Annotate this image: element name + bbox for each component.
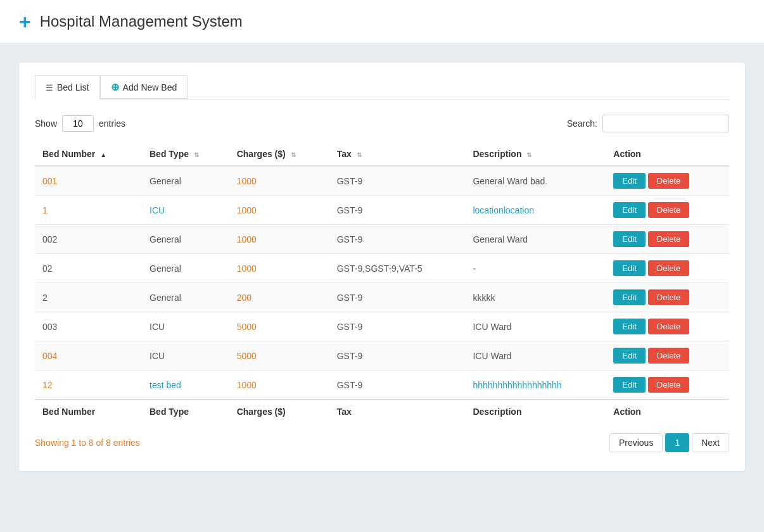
cell-bed-number: 003 <box>35 312 142 341</box>
showing-from: 1 <box>72 438 77 448</box>
cell-description: kkkkk <box>465 283 606 312</box>
entries-input[interactable] <box>62 115 94 132</box>
search-label: Search: <box>567 118 597 129</box>
table-header-row: Bed Number ▲ Bed Type ⇅ Charges ($) ⇅ Ta… <box>35 142 729 166</box>
col-bed-number: Bed Number ▲ <box>35 142 142 166</box>
controls-row: Show entries Search: <box>35 115 729 132</box>
show-label: Show <box>35 118 57 129</box>
tab-bar: ☰ Bed List ⊕ Add New Bed <box>35 75 729 99</box>
show-entries-control: Show entries <box>35 115 125 132</box>
delete-button[interactable]: Delete <box>648 319 690 334</box>
pagination-controls: Previous 1 Next <box>609 433 729 452</box>
table-footer-row: Bed Number Bed Type Charges ($) Tax Desc… <box>35 400 729 423</box>
list-icon: ☰ <box>46 83 53 92</box>
cell-description: ICU Ward <box>465 312 606 341</box>
col-action: Action <box>606 142 729 166</box>
edit-button[interactable]: Edit <box>613 377 645 393</box>
app-title: Hospital Management System <box>40 13 243 30</box>
showing-to-label: to <box>79 438 89 448</box>
cell-bed-number: 002 <box>35 225 142 254</box>
footer-tax: Tax <box>329 400 466 423</box>
table-row: 002General1000GST-9General WardEditDelet… <box>35 225 729 254</box>
cell-description: hhhhhhhhhhhhhhhhhh <box>465 370 606 400</box>
table-row: 004ICU5000GST-9ICU WardEditDelete <box>35 341 729 370</box>
cell-action: EditDelete <box>606 166 729 196</box>
beds-table: Bed Number ▲ Bed Type ⇅ Charges ($) ⇅ Ta… <box>35 142 729 423</box>
cell-tax: GST-9 <box>329 370 466 400</box>
cell-description: - <box>465 254 606 283</box>
showing-prefix: Showing <box>35 438 72 448</box>
sort-icon-description: ⇅ <box>526 151 532 158</box>
app-logo: + <box>19 11 31 32</box>
cell-bed-type: General <box>142 283 229 312</box>
next-button[interactable]: Next <box>692 433 729 452</box>
delete-button[interactable]: Delete <box>648 289 690 305</box>
search-control: Search: <box>567 115 729 132</box>
edit-button[interactable]: Edit <box>613 289 645 305</box>
cell-bed-number: 001 <box>35 166 142 196</box>
cell-tax: GST-9 <box>329 283 466 312</box>
cell-bed-type: ICU <box>142 196 229 225</box>
footer-description: Description <box>465 400 606 423</box>
edit-button[interactable]: Edit <box>613 202 645 218</box>
cell-bed-type: test bed <box>142 370 229 400</box>
delete-button[interactable]: Delete <box>648 260 690 276</box>
delete-button[interactable]: Delete <box>648 173 690 189</box>
cell-bed-type: ICU <box>142 312 229 341</box>
showing-entries: entries <box>113 438 140 448</box>
card: ☰ Bed List ⊕ Add New Bed Show entries Se… <box>19 63 745 471</box>
table-row: 001General1000GST-9General Ward bad.Edit… <box>35 166 729 196</box>
edit-button[interactable]: Edit <box>613 231 645 247</box>
edit-button[interactable]: Edit <box>613 260 645 276</box>
page-1-button[interactable]: 1 <box>665 433 689 452</box>
cell-action: EditDelete <box>606 312 729 341</box>
footer-bed-type: Bed Type <box>142 400 229 423</box>
table-row: 12test bed1000GST-9hhhhhhhhhhhhhhhhhhEdi… <box>35 370 729 400</box>
sort-icon-charges: ⇅ <box>291 151 296 158</box>
cell-description: General Ward <box>465 225 606 254</box>
delete-button[interactable]: Delete <box>648 231 690 247</box>
cell-charges: 200 <box>229 283 329 312</box>
cell-charges: 1000 <box>229 370 329 400</box>
cell-tax: GST-9 <box>329 166 466 196</box>
cell-charges: 5000 <box>229 312 329 341</box>
table-row: 2General200GST-9kkkkkEditDelete <box>35 283 729 312</box>
cell-bed-type: General <box>142 225 229 254</box>
cell-charges: 1000 <box>229 254 329 283</box>
col-tax: Tax ⇅ <box>329 142 466 166</box>
cell-tax: GST-9 <box>329 312 466 341</box>
cell-bed-number: 02 <box>35 254 142 283</box>
sort-icon-bed-type: ⇅ <box>194 151 199 158</box>
cell-tax: GST-9 <box>329 225 466 254</box>
footer-bed-number: Bed Number <box>35 400 142 423</box>
delete-button[interactable]: Delete <box>648 377 690 393</box>
cell-bed-number: 2 <box>35 283 142 312</box>
tab-bed-list[interactable]: ☰ Bed List <box>35 75 100 99</box>
delete-button[interactable]: Delete <box>648 348 690 364</box>
cell-action: EditDelete <box>606 196 729 225</box>
cell-description: ICU Ward <box>465 341 606 370</box>
edit-button[interactable]: Edit <box>613 319 645 334</box>
cell-tax: GST-9,SGST-9,VAT-5 <box>329 254 466 283</box>
tab-add-new-bed[interactable]: ⊕ Add New Bed <box>100 75 188 99</box>
cell-bed-number: 12 <box>35 370 142 400</box>
cell-action: EditDelete <box>606 254 729 283</box>
col-charges: Charges ($) ⇅ <box>229 142 329 166</box>
cell-description: General Ward bad. <box>465 166 606 196</box>
cell-charges: 1000 <box>229 225 329 254</box>
table-row: 02General1000GST-9,SGST-9,VAT-5-EditDele… <box>35 254 729 283</box>
cell-description: locationlocation <box>465 196 606 225</box>
tab-add-new-bed-label: Add New Bed <box>123 82 177 92</box>
previous-button[interactable]: Previous <box>609 433 663 452</box>
cell-bed-number: 1 <box>35 196 142 225</box>
edit-button[interactable]: Edit <box>613 173 645 189</box>
col-bed-type: Bed Type ⇅ <box>142 142 229 166</box>
plus-circle-icon: ⊕ <box>111 81 119 93</box>
cell-bed-type: ICU <box>142 341 229 370</box>
sort-icon-bed-number: ▲ <box>100 151 106 158</box>
edit-button[interactable]: Edit <box>613 348 645 364</box>
search-input[interactable] <box>602 115 729 132</box>
delete-button[interactable]: Delete <box>648 202 690 218</box>
cell-charges: 1000 <box>229 196 329 225</box>
entries-label: entries <box>99 118 125 129</box>
